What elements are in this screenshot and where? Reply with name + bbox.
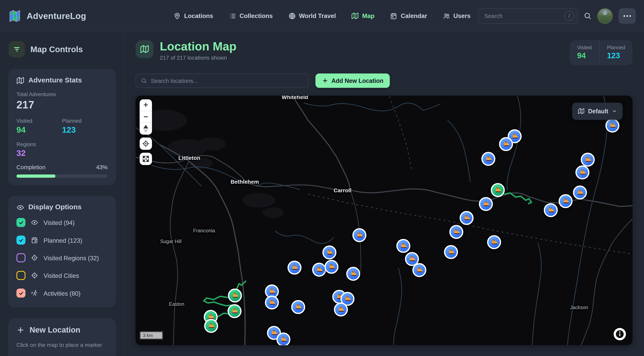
zoom-in-button[interactable]: + [140,99,152,111]
map-marker-blue[interactable] [576,165,589,179]
map-marker-blue[interactable] [265,296,279,310]
map-marker-blue[interactable] [481,152,495,166]
hiking-boot-icon [290,264,298,272]
add-new-location-button[interactable]: Add New Location [315,73,390,88]
hiking-boot-icon [326,249,333,256]
map-marker-blue[interactable] [449,225,463,239]
location-search-input[interactable] [151,77,304,84]
option-visited-cities[interactable]: Visited Cities [16,271,108,280]
layer-picker[interactable]: Default [572,103,623,120]
global-search[interactable]: / [478,8,578,24]
compass-button[interactable] [140,122,152,135]
map-info-button[interactable] [614,328,626,340]
hiking-boot-icon [231,292,239,300]
brand-name: AdventureLog [27,11,86,21]
user-avatar[interactable] [597,8,613,24]
more-menu-button[interactable] [618,8,636,24]
map-marker-blue[interactable] [544,203,558,217]
option-visited-regions[interactable]: Visited Regions (32) [16,253,108,262]
planned-checkbox[interactable] [16,236,26,245]
map-scale: 3 km [140,331,163,340]
location-search[interactable] [136,73,309,88]
target-icon [31,272,38,279]
map-town-label: Whitefield [282,95,308,100]
hiking-boot-icon [268,299,276,306]
navbar: AdventureLog Locations Collections World… [0,0,644,32]
map-marker-blue[interactable] [288,261,302,275]
nav-item-calendar[interactable]: Calendar [390,12,427,19]
new-location-card: New Location Click on the map to place a… [8,318,116,356]
zoom-out-button[interactable]: − [140,111,152,122]
map-town-label: Jackson [570,305,588,310]
hiking-boot-icon [608,122,616,130]
map-marker-blue[interactable] [487,235,501,249]
search-icon-button[interactable] [584,12,592,20]
display-options-title: Display Options [28,203,82,211]
map-marker-blue[interactable] [291,300,305,314]
map-canvas[interactable]: WhitefieldLittletonBethlehemCarrollFranc… [136,95,632,345]
brand[interactable]: AdventureLog [8,9,86,22]
summary-visited-value: 94 [577,51,592,60]
map-controls-header: Map Controls [8,41,116,57]
map-marker-green[interactable] [204,319,218,333]
filter-icon-badge [8,41,25,57]
map-marker-blue[interactable] [499,137,513,151]
adventure-stats-card: Adventure Stats Total Adventures 217 Vis… [8,69,116,185]
calendar-icon [390,12,398,19]
completion-row: Completion 43% [16,164,108,170]
map-marker-blue[interactable] [558,194,572,208]
map-marker-blue[interactable] [322,245,336,259]
visited-stat: Visited 94 [16,118,62,135]
map-marker-green[interactable] [228,304,242,318]
option-planned[interactable]: Planned (123) [16,236,108,245]
option-activities[interactable]: Activities (80) [16,289,108,298]
map-marker-blue[interactable] [460,211,474,225]
map-marker-green[interactable] [491,183,504,197]
planned-stat: Planned 123 [62,118,108,135]
map-marker-blue[interactable] [606,119,619,132]
map-marker-blue[interactable] [346,267,360,281]
target-icon [31,254,38,261]
map-marker-blue[interactable] [573,186,587,200]
hiking-boot-icon [578,168,586,176]
nav-item-locations[interactable]: Locations [174,12,213,19]
hiking-boot-icon [337,306,345,314]
map-marker-blue[interactable] [581,153,595,166]
hiking-boot-icon [547,206,555,214]
main-content: Location Map 217 of 217 locations shown … [124,32,644,356]
map-marker-blue[interactable] [352,228,366,242]
map-marker-blue[interactable] [276,333,290,345]
nav-item-collections[interactable]: Collections [229,12,272,19]
nav-item-users[interactable]: Users [443,12,470,19]
hiking-boot-icon [408,255,416,263]
map-marker-blue[interactable] [396,239,410,253]
visited-regions-checkbox[interactable] [16,253,26,262]
locate-button[interactable] [140,138,152,150]
map-marker-blue[interactable] [444,245,458,259]
hiking-boot-icon [494,186,502,194]
map-marker-blue[interactable] [324,260,338,274]
global-search-input[interactable] [484,12,564,19]
page-subtitle: 217 of 217 locations shown [160,55,236,61]
eye-icon [31,219,38,226]
hiking-boot-icon [231,307,238,315]
nav-label: Calendar [401,12,427,19]
hiking-boot-icon [400,242,407,250]
fullscreen-button[interactable] [140,153,152,165]
map-icon [16,77,24,84]
locate-icon [142,140,150,147]
activities-checkbox[interactable] [16,289,26,298]
map-marker-green[interactable] [228,289,242,303]
completion-label: Completion [16,164,46,170]
map-marker-blue[interactable] [334,303,348,316]
nav-item-map[interactable]: Map [352,12,374,19]
map-marker-blue[interactable] [312,263,326,277]
info-icon [615,329,625,339]
option-visited[interactable]: Visited (94) [16,218,108,227]
visited-checkbox[interactable] [16,218,26,227]
visited-cities-checkbox[interactable] [16,271,26,280]
nav-item-world-travel[interactable]: World Travel [288,12,336,19]
map-marker-blue[interactable] [412,263,426,277]
search-shortcut-badge: / [564,11,574,21]
map-marker-blue[interactable] [479,197,493,211]
